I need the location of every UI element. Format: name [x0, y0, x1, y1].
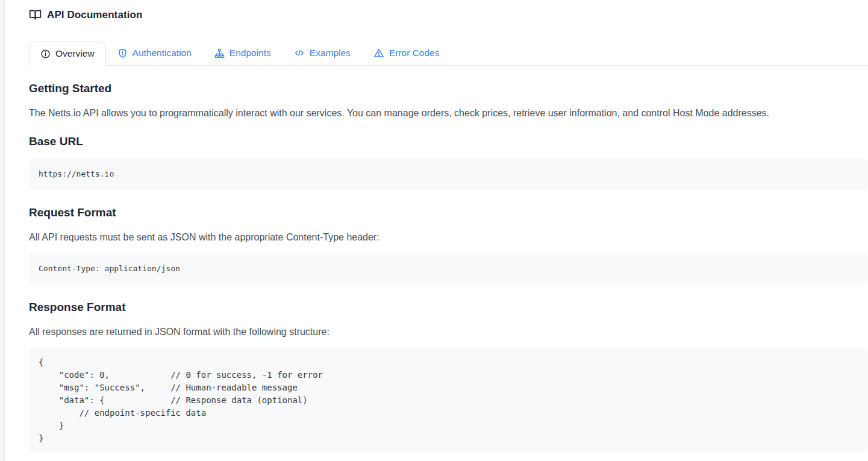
- request-format-heading: Request Format: [29, 206, 868, 219]
- response-format-text: All responses are returned in JSON forma…: [29, 326, 868, 337]
- tab-label: Error Codes: [389, 48, 440, 58]
- info-circle-icon: [40, 49, 51, 59]
- getting-started-text: The Netts.io API allows you to programma…: [29, 107, 868, 119]
- getting-started-heading: Getting Started: [29, 82, 868, 95]
- tab-endpoints[interactable]: Endpoints: [203, 41, 283, 65]
- book-open-icon: [29, 8, 42, 21]
- page-title: API Documentation: [47, 9, 143, 21]
- request-format-codeblock: Content-Type: application/json: [29, 253, 868, 284]
- shield-alert-icon: [117, 48, 128, 58]
- response-format-heading: Response Format: [29, 301, 868, 314]
- base-url-code: https://netts.io: [39, 169, 858, 180]
- base-url-codeblock: https://netts.io: [29, 158, 868, 190]
- request-format-text: All API requests must be sent as JSON wi…: [29, 231, 868, 243]
- request-format-code: Content-Type: application/json: [39, 263, 858, 274]
- tab-label: Overview: [55, 48, 95, 59]
- base-url-heading: Base URL: [29, 135, 868, 148]
- tab-label: Endpoints: [229, 48, 271, 58]
- page-header: API Documentation: [29, 0, 868, 21]
- tab-authentication[interactable]: Authentication: [106, 41, 203, 65]
- main-content: API Documentation Overview Authen: [29, 0, 868, 453]
- code-icon: [294, 48, 305, 58]
- sitemap-icon: [214, 48, 225, 58]
- tab-overview[interactable]: Overview: [29, 42, 106, 66]
- doc-tabbar: Overview Authentication: [29, 41, 868, 66]
- tab-examples[interactable]: Examples: [283, 41, 362, 65]
- tab-label: Examples: [310, 48, 351, 58]
- response-format-code: { "code": 0, // 0 for success, -1 for er…: [39, 356, 858, 445]
- tab-label: Authentication: [133, 48, 192, 58]
- response-format-codeblock: { "code": 0, // 0 for success, -1 for er…: [29, 348, 868, 453]
- page-left-gutter: [0, 0, 5, 461]
- warning-triangle-icon: [373, 48, 384, 58]
- tab-error-codes[interactable]: Error Codes: [362, 41, 451, 65]
